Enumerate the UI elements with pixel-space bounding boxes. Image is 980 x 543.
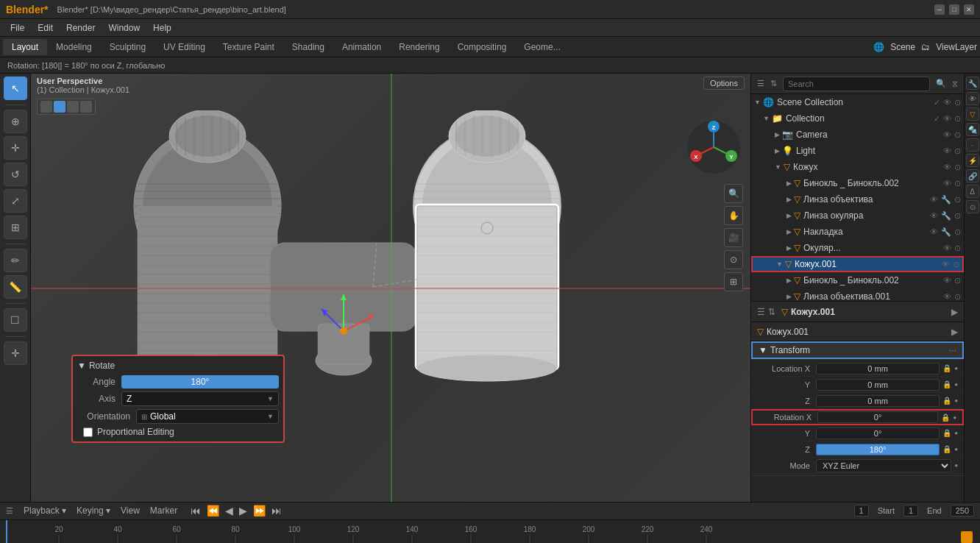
outliner-item-binokl1[interactable]: ▶ ▽ Бинокль _ Бинокль.002 👁 ⊙ <box>751 175 964 191</box>
prop-icon-particles[interactable]: · <box>966 138 979 152</box>
rotation-z-dot[interactable]: ● <box>954 446 958 452</box>
navigation-gizmo[interactable]: Z Y X <box>684 118 743 177</box>
nak-vis-cam[interactable]: ⊙ <box>954 227 961 237</box>
scale-tool[interactable]: ⤢ <box>4 189 27 213</box>
collection-expand[interactable]: ▼ <box>763 115 770 122</box>
rotation-x-dot[interactable]: ● <box>953 414 956 421</box>
add-tool[interactable]: ☐ <box>4 308 27 332</box>
lo-vis-wrench[interactable]: 🔧 <box>941 195 951 205</box>
transform-header[interactable]: ▼ Transform ··· <box>751 341 964 359</box>
menu-window[interactable]: Window <box>102 21 146 35</box>
outliner-filter2-icon[interactable]: ⧖ <box>952 79 958 88</box>
linza-obj001-expand[interactable]: ▶ <box>787 293 792 300</box>
outliner-item-kozhuh001[interactable]: ▼ ▽ Кожух.001 👁 ⊙ <box>751 256 964 272</box>
lo-vis-eye[interactable]: 👁 <box>930 195 938 205</box>
close-button[interactable]: ✕ <box>964 4 974 15</box>
jump-end-button[interactable]: ⏭ <box>270 503 283 518</box>
transform-tool[interactable]: ⊞ <box>4 216 27 239</box>
transform-menu[interactable]: ··· <box>949 345 956 355</box>
location-x-input[interactable] <box>816 363 940 375</box>
mode-dot[interactable]: ● <box>954 462 958 469</box>
kozhuh-vis-eye[interactable]: 👁 <box>943 163 951 172</box>
outliner-item-linza-obj001[interactable]: ▶ ▽ Линза объектива.001 👁 ⊙ <box>751 288 964 302</box>
outliner-sort-icon[interactable]: ⇅ <box>770 79 777 88</box>
zoom-tool[interactable]: 🔍 <box>724 184 743 203</box>
cam-vis-eye[interactable]: 👁 <box>943 130 951 140</box>
mode-select[interactable]: XYZ Euler <box>816 459 951 472</box>
lok-vis-wrench[interactable]: 🔧 <box>941 211 951 221</box>
tab-uv-editing[interactable]: UV Editing <box>155 39 214 55</box>
menu-render[interactable]: Render <box>60 21 101 35</box>
linza-ok-expand[interactable]: ▶ <box>787 212 792 219</box>
outliner-item-linza-ok[interactable]: ▶ ▽ Линза окуляра 👁 🔧 ⊙ <box>751 207 964 224</box>
end-frame-value[interactable]: 250 <box>951 505 974 517</box>
lok-vis-cam[interactable]: ⊙ <box>954 211 961 221</box>
outliner-search-input[interactable] <box>783 77 930 91</box>
lok-vis-eye[interactable]: 👁 <box>930 211 938 221</box>
keying-menu[interactable]: Keying ▾ <box>77 505 110 516</box>
scene-selector-value[interactable]: Scene <box>890 42 915 52</box>
kozhuh001-expand[interactable]: ▼ <box>776 260 783 268</box>
tab-rendering[interactable]: Rendering <box>390 39 448 55</box>
outliner-item-light[interactable]: ▶ 💡 Light 👁 ⊙ <box>751 143 964 159</box>
ok-vis-cam[interactable]: ⊙ <box>954 244 961 253</box>
move-tool[interactable]: ✛ <box>4 136 27 160</box>
collapse-icon[interactable]: ▼ <box>77 361 86 371</box>
light-vis-eye[interactable]: 👁 <box>943 146 951 156</box>
maximize-button[interactable]: □ <box>949 4 959 15</box>
marker-menu[interactable]: Marker <box>150 505 177 516</box>
linza-obj-expand[interactable]: ▶ <box>787 196 792 203</box>
rendered-btn[interactable] <box>80 101 92 113</box>
location-y-input[interactable] <box>816 379 940 391</box>
col-vis-check[interactable]: ✓ <box>934 114 940 124</box>
outliner-scene-collection[interactable]: ▼ 🌐 Scene Collection ✓ 👁 ⊙ <box>751 94 964 110</box>
angle-input[interactable] <box>121 375 279 388</box>
tab-compositing[interactable]: Compositing <box>449 39 516 55</box>
wireframe-btn[interactable] <box>40 101 52 113</box>
nakladka-expand[interactable]: ▶ <box>787 228 792 235</box>
outliner-filter-icon[interactable]: ☰ <box>757 79 764 88</box>
prop-icon-modifier[interactable]: 🔩 <box>966 123 979 136</box>
okulyar-expand[interactable]: ▶ <box>787 244 792 252</box>
tab-sculpting[interactable]: Sculpting <box>101 39 155 55</box>
vis-camera-icon[interactable]: ⊙ <box>954 98 961 107</box>
lo-vis-cam[interactable]: ⊙ <box>954 195 961 205</box>
menu-file[interactable]: File <box>4 21 30 35</box>
rotation-z-input[interactable] <box>816 444 940 455</box>
hand-tool[interactable]: ✋ <box>724 206 743 225</box>
rotation-y-input[interactable] <box>816 427 940 439</box>
timeline-menu-icon[interactable]: ☰ <box>6 506 13 516</box>
minimize-button[interactable]: ─ <box>934 4 945 15</box>
outliner-item-okulyar[interactable]: ▶ ▽ Окуляр... 👁 ⊙ <box>751 240 964 256</box>
orientation-value[interactable]: ⊞ Global ▼ <box>136 409 279 424</box>
prop-icon-material[interactable]: ⊙ <box>966 200 979 213</box>
jump-start-button[interactable]: ⏮ <box>189 503 202 518</box>
location-z-dot[interactable]: ● <box>954 397 958 404</box>
tab-texture-paint[interactable]: Texture Paint <box>214 39 283 55</box>
extra-tool[interactable]: ✛ <box>4 341 27 365</box>
col-vis-eye[interactable]: 👁 <box>943 114 951 124</box>
outliner-item-kozhuh[interactable]: ▼ ▽ Кожух 👁 ⊙ <box>751 159 964 175</box>
prop-icon-tools[interactable]: 🔧 <box>966 77 979 90</box>
view-layer-selector-value[interactable]: ViewLayer <box>936 42 977 52</box>
location-y-lock[interactable]: 🔒 <box>942 380 951 388</box>
b2-vis-cam[interactable]: ⊙ <box>954 276 961 285</box>
measure-tool[interactable]: 📏 <box>4 275 27 299</box>
camera-expand[interactable]: ▶ <box>775 131 780 138</box>
transform-expand[interactable]: ▼ <box>759 345 767 355</box>
play-back-button[interactable]: ◀ <box>224 503 235 518</box>
start-frame-value[interactable]: 1 <box>903 505 918 517</box>
vis-eye-icon[interactable]: 👁 <box>943 98 951 107</box>
kozhuh-vis-cam[interactable]: ⊙ <box>954 163 961 172</box>
annotate-tool[interactable]: ✏ <box>4 249 27 272</box>
location-z-input[interactable] <box>816 395 940 407</box>
outliner-search-icon[interactable]: 🔍 <box>936 79 946 88</box>
cursor-tool[interactable]: ⊕ <box>4 110 27 133</box>
tab-layout[interactable]: Layout <box>3 39 47 55</box>
b1-vis-cam[interactable]: ⊙ <box>954 179 961 188</box>
scene-collection-expand[interactable]: ▼ <box>754 99 761 106</box>
rotation-y-lock[interactable]: 🔒 <box>942 429 951 437</box>
location-x-lock[interactable]: 🔒 <box>942 364 951 372</box>
select-tool[interactable]: ↖ <box>4 77 27 100</box>
k1-vis-eye[interactable]: 👁 <box>942 260 950 269</box>
